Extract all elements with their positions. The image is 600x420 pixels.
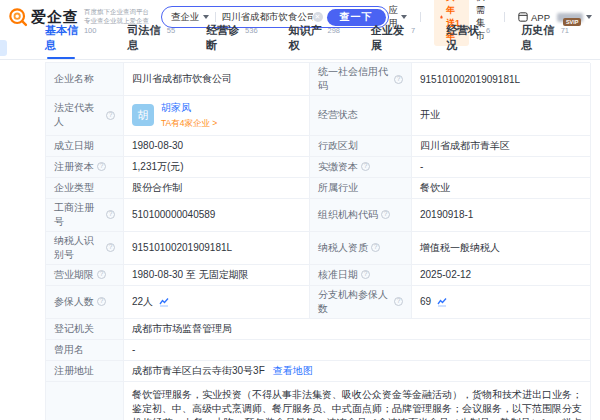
legal-rep-companies-link[interactable]: TA有4家企业 > [161, 118, 217, 130]
field-value-business-scope: 餐饮管理服务，实业投资（不得从事非法集资、吸收公众资金等金融活动），货物和技术进… [124, 382, 591, 420]
field-label-company-name: 企业名称 [46, 63, 124, 96]
field-label-registration-number: 工商注册号? [46, 199, 124, 232]
field-label-approval-date: 核准日期? [310, 265, 412, 286]
field-label-status: 经营状态 [310, 96, 412, 136]
svip-badge: SVIP [563, 18, 581, 26]
field-label-company-type: 企业类型 [46, 178, 124, 199]
field-value-legal-rep: 胡 胡家凤 TA有4家企业 > [124, 96, 310, 136]
field-value-former-name: - [124, 340, 591, 361]
field-value-taxpayer-quality: 增值税一般纳税人 [412, 232, 591, 265]
chevron-down-icon [203, 15, 209, 19]
help-icon[interactable]: ? [371, 243, 380, 252]
field-label-business-term: 营业期限? [46, 265, 124, 286]
tab-judicial-info[interactable]: 司法信息 55 [127, 23, 175, 59]
trend-chart-icon[interactable] [437, 297, 447, 307]
clear-search-icon[interactable]: ✕ [313, 12, 323, 22]
field-value-registration-number: 510100000040589 [124, 199, 310, 232]
field-value-established-date: 1980-08-30 [124, 136, 310, 157]
trend-chart-icon[interactable] [159, 297, 169, 307]
field-label-paid-capital: 实缴资本? [310, 157, 412, 178]
help-icon[interactable]: ? [394, 297, 403, 306]
app-window-icon [518, 12, 528, 22]
field-value-approval-date: 2025-02-12 [412, 265, 591, 286]
field-label-registered-address: 注册地址 [46, 361, 124, 382]
view-map-link[interactable]: 查看地图 [273, 364, 313, 378]
help-icon[interactable]: ? [97, 162, 106, 171]
app-download-link[interactable]: APP [518, 12, 550, 23]
field-label-credit-code: 统一社会信用代码? [310, 63, 412, 96]
field-label-former-name: 曾用名 [46, 340, 124, 361]
side-float-widget[interactable] [0, 40, 7, 56]
tab-company-development[interactable]: 企业发展 7 [371, 23, 415, 59]
tab-history-info[interactable]: 历史信息 71 SVIP [521, 23, 569, 59]
aiqicha-company-page: 爱企查 百度旗下企业查询平台 专业查企业就上爱企查 查企业 ✕ 查一下 应用 [0, 0, 600, 420]
field-label-business-scope: 经营范围? [46, 382, 124, 420]
field-label-taxpayer-quality: 纳税人资质? [310, 232, 412, 265]
field-value-credit-code: 91510100201909181L [412, 63, 591, 96]
tab-business-diagnosis[interactable]: 经营诊断 536 [206, 23, 257, 59]
field-value-registered-address: 成都市青羊区白云寺街30号3F 查看地图 [124, 361, 591, 382]
field-value-status: 开业 [412, 96, 591, 136]
logo-icon [8, 7, 28, 27]
field-value-company-type: 股份合作制 [124, 178, 310, 199]
field-value-registry-authority: 成都市市场监督管理局 [124, 319, 591, 340]
field-label-established-date: 成立日期 [46, 136, 124, 157]
chevron-down-icon [401, 15, 407, 19]
field-label-branch-insured-count: 分支机构参保人数? [310, 286, 412, 319]
nav-divider [420, 12, 421, 22]
legal-rep-avatar[interactable]: 胡 [132, 104, 154, 126]
field-value-company-name: 四川省成都市饮食公司 [124, 63, 310, 96]
help-icon[interactable]: ? [381, 210, 390, 219]
field-value-paid-capital: - [412, 157, 591, 178]
search-divider [215, 12, 216, 22]
tab-intellectual-property[interactable]: 知识产权 298 [289, 23, 340, 59]
legal-rep-details: 胡家凤 TA有4家企业 > [161, 101, 217, 130]
field-label-taxpayer-id: 纳税人识别号? [46, 232, 124, 265]
field-label-legal-rep: 法定代表人? [46, 96, 124, 136]
search-bar: 查企业 ✕ 查一下 [161, 6, 389, 28]
field-value-org-code: 20190918-1 [412, 199, 591, 232]
field-label-registry-authority: 登记机关 [46, 319, 124, 340]
help-icon[interactable]: ? [361, 270, 370, 279]
field-value-district: 四川省成都市青羊区 [412, 136, 591, 157]
field-label-org-code: 组织机构代码? [310, 199, 412, 232]
help-icon[interactable]: ? [97, 297, 106, 306]
legal-rep-name-link[interactable]: 胡家凤 [161, 101, 217, 115]
field-value-taxpayer-id: 91510100201909181L [124, 232, 310, 265]
field-value-industry: 餐饮业 [412, 178, 591, 199]
basic-info-table: 企业名称 四川省成都市饮食公司 统一社会信用代码? 91510100201909… [45, 62, 590, 420]
field-value-insured-count: 22人 [124, 286, 310, 319]
field-label-industry: 所属行业 [310, 178, 412, 199]
help-icon[interactable]: ? [106, 243, 115, 252]
field-label-registered-capital: 注册资本? [46, 157, 124, 178]
help-icon[interactable]: ? [97, 270, 106, 279]
field-value-business-term: 1980-08-30 至 无固定期限 [124, 265, 310, 286]
chevron-down-icon [586, 15, 592, 19]
help-icon[interactable]: ? [106, 111, 115, 120]
help-icon[interactable]: ? [361, 162, 370, 171]
search-category-dropdown[interactable]: 查企业 [171, 11, 209, 24]
flame-icon [440, 12, 443, 22]
field-value-registered-capital: 1,231万(元) [124, 157, 310, 178]
nav-divider [504, 12, 505, 22]
help-icon[interactable]: ? [106, 210, 115, 219]
field-label-insured-count: 参保人数? [46, 286, 124, 319]
tab-basic-info[interactable]: 基本信息 100 [45, 23, 96, 59]
field-value-branch-insured-count: 69 [412, 286, 591, 319]
help-icon[interactable]: ? [394, 75, 403, 84]
field-label-district: 行政区划 [310, 136, 412, 157]
search-input[interactable] [222, 12, 313, 23]
tab-operating-status[interactable]: 经营状况 6 [446, 23, 490, 59]
